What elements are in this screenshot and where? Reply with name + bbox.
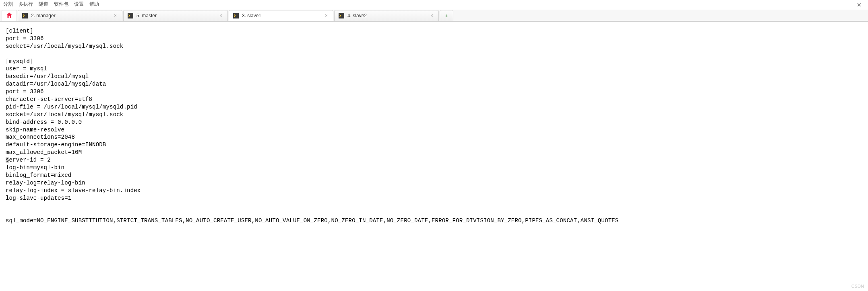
tab-label: 5. master — [136, 13, 215, 18]
window-close-button[interactable]: ✕ — [854, 1, 865, 9]
tab-master[interactable]: 5. master × — [123, 10, 228, 21]
tab-slave2[interactable]: 4. slave2 × — [334, 10, 439, 21]
menu-item[interactable]: 设置 — [74, 1, 84, 9]
svg-rect-0 — [22, 13, 28, 18]
menu-item[interactable]: 隧道 — [39, 1, 48, 9]
svg-rect-3 — [339, 13, 344, 18]
terminal-icon — [233, 13, 239, 18]
add-tab-button[interactable]: ＋ — [440, 10, 453, 21]
terminal-icon — [128, 13, 133, 18]
menu-item[interactable]: 软件包 — [54, 1, 68, 9]
svg-rect-1 — [128, 13, 133, 18]
tab-bar: 2. manager × 5. master × 3. slave1 × 4. … — [0, 10, 868, 21]
terminal-icon — [22, 13, 28, 18]
editor-content[interactable]: [client] port = 3306 socket=/usr/local/m… — [0, 22, 868, 228]
menu-item[interactable]: 多执行 — [19, 1, 33, 9]
tab-manager[interactable]: 2. manager × — [18, 10, 122, 21]
menu-item[interactable]: 分割 — [3, 1, 13, 9]
tab-label: 2. manager — [31, 13, 110, 18]
tab-label: 4. slave2 — [347, 13, 426, 18]
svg-rect-2 — [233, 13, 239, 18]
tab-slave1[interactable]: 3. slave1 × — [229, 10, 333, 21]
close-icon[interactable]: × — [429, 13, 434, 18]
close-icon[interactable]: × — [324, 13, 329, 18]
plus-icon: ＋ — [444, 12, 449, 19]
tab-label: 3. slave1 — [242, 13, 320, 18]
menu-item[interactable]: 帮助 — [89, 1, 99, 9]
close-icon[interactable]: × — [113, 13, 118, 18]
menu-bar: 分割 多执行 隧道 软件包 设置 帮助 ✕ — [0, 0, 868, 10]
terminal-icon — [339, 13, 344, 18]
home-icon — [6, 12, 13, 20]
home-button[interactable] — [2, 10, 17, 21]
close-icon[interactable]: × — [218, 13, 223, 18]
